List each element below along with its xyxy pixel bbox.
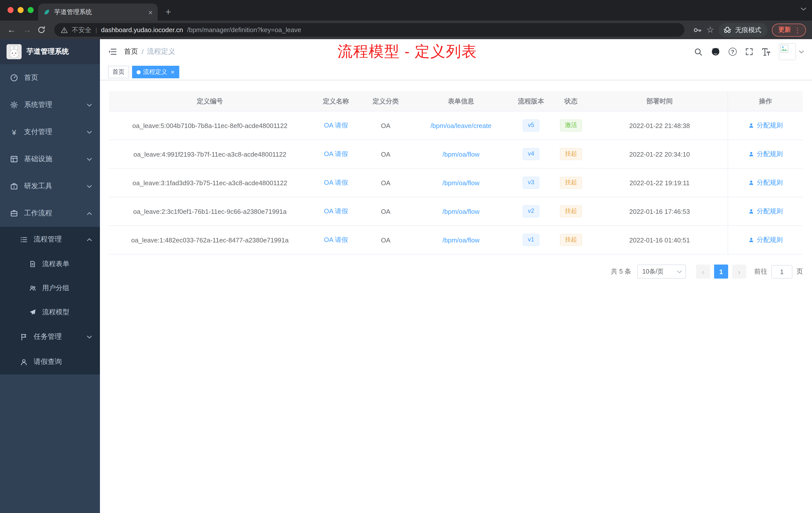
cell-definition-name: OA 请假 (311, 226, 361, 254)
assign-rule-link[interactable]: 分配规则 (748, 235, 783, 244)
col-definition-id: 定义编号 (109, 91, 311, 111)
document-icon (29, 261, 36, 268)
close-tab-icon[interactable]: × (148, 8, 153, 16)
chevron-up-icon (87, 212, 92, 215)
status-badge: 激活 (560, 119, 582, 131)
definition-name-link[interactable]: OA 请假 (324, 121, 348, 130)
cell-status: 挂起 (550, 226, 591, 254)
url-path: /bpm/manager/definition?key=oa_leave (187, 26, 301, 34)
assign-rule-link[interactable]: 分配规则 (748, 207, 783, 216)
infrastructure-icon (10, 155, 18, 163)
logo-avatar (6, 44, 22, 59)
next-page-button[interactable]: › (732, 265, 746, 279)
cell-actions: 分配规则 (728, 112, 803, 140)
status-badge: 挂起 (560, 234, 582, 246)
sidebar-item-infrastructure[interactable]: 基础设施 (0, 146, 100, 173)
sidebar-item-payment-management[interactable]: ¥ 支付管理 (0, 118, 100, 146)
form-info-link[interactable]: /bpm/oa/leave/create (431, 122, 492, 129)
minimize-window-button[interactable] (18, 7, 24, 13)
search-icon[interactable] (694, 48, 702, 56)
github-icon[interactable] (711, 47, 720, 56)
sidebar-item-process-model[interactable]: 流程模型 (0, 300, 100, 324)
table-row: oa_leave:4:991f2193-7b7f-11ec-a3c8-acde4… (109, 140, 803, 169)
url-bar[interactable]: 不安全 | dashboard.yudao.iocoder.cn/bpm/man… (54, 23, 685, 37)
cell-version: v2 (512, 197, 550, 225)
sidebar-item-process-form[interactable]: 流程表单 (0, 252, 100, 276)
breadcrumb-home[interactable]: 首页 (124, 47, 138, 56)
tag-home[interactable]: 首页 (108, 66, 129, 78)
page-size-select[interactable]: 10条/页 (637, 265, 686, 279)
definition-name-link[interactable]: OA 请假 (324, 178, 348, 187)
cell-category: OA (361, 140, 410, 168)
font-size-icon[interactable] (762, 48, 770, 56)
cell-form-info: /bpm/oa/leave/create (410, 112, 512, 140)
col-definition-name: 定义名称 (311, 91, 361, 111)
sidebar-item-user-group[interactable]: 用户分组 (0, 276, 100, 300)
sidebar-fold-icon[interactable] (108, 47, 117, 56)
reload-button[interactable] (37, 26, 46, 34)
cell-definition-id: oa_leave:1:482ec033-762a-11ec-8477-a2380… (109, 226, 311, 254)
definition-name-link[interactable]: OA 请假 (324, 150, 348, 159)
sidebar-item-task-management[interactable]: 任务管理 (0, 324, 100, 350)
chevron-down-icon (677, 270, 682, 274)
user-icon (748, 180, 754, 186)
prev-page-button[interactable]: ‹ (696, 265, 710, 279)
browser-tab[interactable]: 芋道管理系统 × (38, 3, 158, 21)
assign-rule-link[interactable]: 分配规则 (748, 121, 783, 130)
password-key-icon[interactable] (693, 25, 702, 34)
sidebar-item-dev-tools[interactable]: 研发工具 (0, 173, 100, 200)
page-content: 定义编号 定义名称 定义分类 表单信息 流程版本 状态 部署时间 操作 oa_l… (100, 80, 812, 513)
sidebar-item-process-management[interactable]: 流程管理 (0, 227, 100, 252)
sidebar-item-system-management[interactable]: 系统管理 (0, 91, 100, 118)
browser-update-menu-button[interactable]: 更新 ⋮ (772, 23, 806, 36)
form-info-link[interactable]: /bpm/oa/flow (442, 236, 479, 244)
close-tag-icon[interactable]: × (171, 69, 174, 75)
screen: 芋道管理系统 × + ← → 不安全 | dashboard.yudao.ioc… (0, 0, 812, 513)
active-tag-dot (137, 70, 141, 74)
user-icon (748, 122, 754, 128)
maximize-window-button[interactable] (28, 7, 34, 13)
tag-process-definition[interactable]: 流程定义 × (132, 66, 179, 78)
fullscreen-icon[interactable] (745, 48, 753, 56)
user-avatar[interactable] (779, 43, 804, 60)
status-badge: 挂起 (560, 177, 582, 188)
col-deploy-time: 部署时间 (591, 91, 728, 111)
window-controls (7, 7, 34, 13)
goto-page-input[interactable] (771, 265, 792, 278)
cell-category: OA (361, 197, 410, 225)
chevron-down-icon (87, 157, 92, 161)
back-button[interactable]: ← (6, 25, 17, 35)
form-info-link[interactable]: /bpm/oa/flow (442, 179, 479, 186)
form-info-link[interactable]: /bpm/oa/flow (442, 208, 479, 215)
top-navbar: 首页 / 流程定义 流程模型 - 定义列表 ? (100, 39, 812, 64)
cell-version: v4 (512, 140, 550, 168)
app-logo[interactable]: 芋道管理系统 (0, 39, 100, 64)
help-icon[interactable]: ? (729, 48, 737, 56)
table-row: oa_leave:5:004b710b-7b8a-11ec-8ef0-acde4… (109, 112, 803, 140)
security-label[interactable]: 不安全 (72, 25, 91, 34)
chevron-down-icon (87, 184, 92, 188)
bookmark-star-icon[interactable]: ☆ (706, 25, 714, 35)
sidebar-item-home[interactable]: 首页 (0, 64, 100, 91)
cell-definition-id: oa_leave:3:1fad3d93-7b75-11ec-a3c8-acde4… (109, 169, 311, 197)
sidebar-item-leave-query[interactable]: 请假查询 (0, 350, 100, 374)
form-info-link[interactable]: /bpm/oa/flow (442, 150, 479, 158)
sidebar-menu: 首页 系统管理 ¥ 支付管理 基础设施 (0, 64, 100, 374)
tab-title: 芋道管理系统 (54, 8, 144, 16)
assign-rule-link[interactable]: 分配规则 (748, 178, 783, 187)
definition-name-link[interactable]: OA 请假 (324, 207, 348, 216)
sidebar-item-workflow[interactable]: 工作流程 (0, 200, 100, 227)
status-badge: 挂起 (560, 148, 582, 160)
cell-form-info: /bpm/oa/flow (410, 169, 512, 197)
cell-deploy-time: 2022-01-22 21:48:38 (591, 112, 728, 140)
tab-search-caret-icon[interactable] (801, 7, 807, 11)
close-window-button[interactable] (7, 7, 13, 13)
assign-rule-link[interactable]: 分配规则 (748, 150, 783, 159)
forward-button[interactable]: → (22, 25, 33, 35)
toolbox-icon (10, 182, 18, 190)
page-number-button[interactable]: 1 (714, 265, 728, 279)
definition-name-link[interactable]: OA 请假 (324, 235, 348, 244)
new-tab-button[interactable]: + (161, 4, 176, 20)
dashboard-icon (10, 74, 18, 82)
yen-icon: ¥ (10, 128, 18, 136)
